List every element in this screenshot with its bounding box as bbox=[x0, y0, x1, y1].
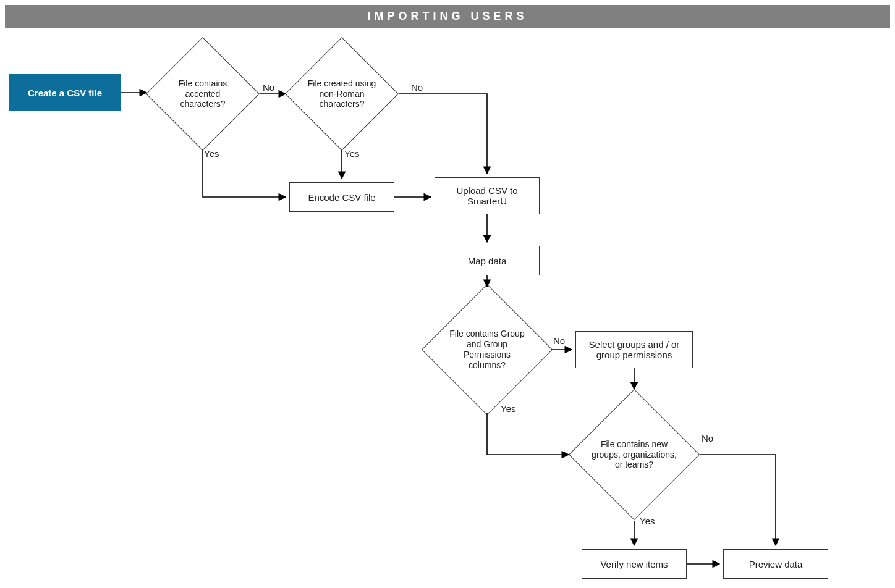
node-verify-label: Verify new items bbox=[600, 559, 668, 569]
header-title: IMPORTING USERS bbox=[367, 10, 527, 22]
node-select-label: Select groups and / or group permissions bbox=[579, 339, 690, 360]
node-decision-accented-label: File contains accented characters? bbox=[163, 78, 243, 109]
edge-label-yes: Yes bbox=[501, 403, 515, 414]
edge-label-no: No bbox=[553, 335, 565, 346]
node-upload: Upload CSV to SmarterU bbox=[435, 177, 540, 214]
node-decision-groupcols-label: File contains Group and Group Permission… bbox=[441, 329, 533, 370]
node-verify: Verify new items bbox=[582, 549, 687, 579]
node-decision-nonroman: File created using non-Roman characters? bbox=[302, 54, 382, 134]
node-preview-label: Preview data bbox=[749, 559, 803, 569]
node-map-label: Map data bbox=[468, 256, 507, 266]
node-decision-newitems: File contains new groups, organizations,… bbox=[588, 408, 681, 501]
edge-label-yes: Yes bbox=[344, 148, 359, 159]
edge-label-no: No bbox=[411, 82, 423, 93]
node-select: Select groups and / or group permissions bbox=[575, 331, 693, 368]
edge-label-yes: Yes bbox=[204, 148, 219, 159]
node-upload-label: Upload CSV to SmarterU bbox=[438, 185, 537, 206]
node-decision-nonroman-label: File created using non-Roman characters? bbox=[302, 78, 382, 109]
flowchart-canvas: Create a CSV file File contains accented… bbox=[0, 28, 895, 588]
node-decision-accented: File contains accented characters? bbox=[163, 54, 243, 134]
node-start: Create a CSV file bbox=[9, 74, 121, 111]
node-encode-label: Encode CSV file bbox=[308, 192, 375, 203]
node-encode: Encode CSV file bbox=[289, 182, 394, 212]
edge-label-no: No bbox=[263, 82, 274, 93]
header-bar: IMPORTING USERS bbox=[5, 5, 890, 28]
node-start-label: Create a CSV file bbox=[28, 88, 102, 98]
edge-label-yes: Yes bbox=[640, 516, 655, 526]
node-map: Map data bbox=[435, 246, 540, 275]
node-decision-newitems-label: File contains new groups, organizations,… bbox=[588, 439, 681, 470]
node-preview: Preview data bbox=[723, 549, 828, 579]
node-decision-groupcols: File contains Group and Group Permission… bbox=[441, 303, 533, 396]
edge-label-no: No bbox=[702, 433, 713, 443]
